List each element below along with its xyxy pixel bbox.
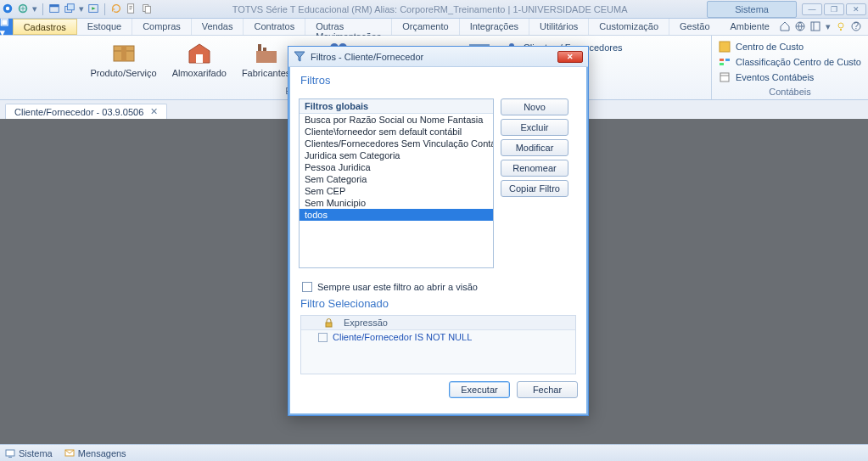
- executar-button[interactable]: Executar: [449, 381, 510, 398]
- minimize-button[interactable]: —: [802, 3, 822, 15]
- dialog-footer: Executar Fechar: [288, 374, 588, 405]
- selected-filter-box: Expressão Cliente/Fornecedor IS NOT NULL: [300, 315, 576, 374]
- selected-heading: Filtro Selecionado: [300, 297, 576, 310]
- svg-rect-4: [50, 4, 59, 7]
- document-tab-label: Cliente/Fornecedor - 03.9.0506: [14, 107, 143, 117]
- svg-point-13: [838, 23, 843, 28]
- rb-produto[interactable]: Produto/Serviço: [87, 37, 160, 86]
- help-icon[interactable]: ?: [851, 21, 861, 33]
- qa-script-icon[interactable]: [126, 3, 137, 16]
- filter-list[interactable]: Filtros globais Busca por Razão Social o…: [299, 98, 494, 268]
- window-title: TOTVS Série T Educacional (RM) Alias: Co…: [153, 4, 707, 14]
- dialog-close-button[interactable]: ✕: [557, 51, 583, 63]
- filter-item[interactable]: Sem Categoria: [300, 173, 493, 185]
- svg-rect-36: [725, 59, 730, 61]
- status-sistema[interactable]: Sistema: [5, 448, 53, 458]
- menu-estoque[interactable]: Estoque: [77, 19, 132, 35]
- menu-contratos[interactable]: Contratos: [244, 19, 305, 35]
- svg-rect-19: [256, 51, 277, 63]
- filter-item[interactable]: Sem CEP: [300, 185, 493, 197]
- restore-button[interactable]: ❐: [824, 3, 844, 15]
- excluir-button[interactable]: Excluir: [501, 119, 568, 136]
- quick-access-toolbar: ▾ ▾: [2, 3, 153, 16]
- modificar-button[interactable]: Modificar: [501, 139, 568, 156]
- app-menu-button[interactable]: ▣ ▾: [0, 19, 13, 35]
- expression-row[interactable]: Cliente/Fornecedor IS NOT NULL: [301, 330, 575, 344]
- filter-item[interactable]: Pessoa Juridica: [300, 161, 493, 173]
- menu-outras[interactable]: Outras Movimentações: [305, 19, 392, 35]
- filter-item[interactable]: Cliente\forneedor sem default contábil: [300, 126, 493, 138]
- filter-dialog: Filtros - Cliente/Fornecedor ✕ Filtros F…: [288, 46, 589, 416]
- menu-vendas[interactable]: Vendas: [192, 19, 244, 35]
- menu-gestao[interactable]: Gestão: [669, 19, 720, 35]
- svg-rect-35: [720, 59, 724, 61]
- menubar-right-icons: ▾ ?: [780, 19, 868, 35]
- rb-fabricantes[interactable]: Fabricantes: [238, 37, 294, 86]
- svg-rect-40: [8, 457, 12, 458]
- status-mensagens[interactable]: Mensagens: [64, 448, 126, 458]
- filter-item[interactable]: todos: [300, 209, 493, 221]
- svg-rect-39: [6, 450, 14, 456]
- dialog-side-buttons: Novo Excluir Modificar Renomear Copiar F…: [501, 98, 568, 268]
- qa-refresh-icon[interactable]: [110, 3, 122, 16]
- filter-item[interactable]: Sem Municipio: [300, 197, 493, 209]
- lock-icon: [318, 316, 339, 329]
- rl-centro-custo[interactable]: Centro de Custo: [719, 39, 861, 54]
- filter-list-header: Filtros globais: [300, 99, 493, 114]
- svg-rect-42: [326, 323, 332, 327]
- expression-checkbox[interactable]: [318, 333, 328, 342]
- qa-copy-icon[interactable]: [141, 3, 153, 16]
- sistema-button[interactable]: Sistema: [707, 1, 797, 18]
- rl-eventos[interactable]: Eventos Contábeis: [719, 70, 861, 85]
- svg-rect-21: [263, 48, 266, 51]
- svg-text:?: ?: [854, 21, 859, 31]
- filter-item[interactable]: Juridica sem Categoria: [300, 149, 493, 161]
- menu-ambiente[interactable]: Ambiente: [720, 19, 780, 35]
- qa-play-icon[interactable]: [87, 3, 99, 16]
- rl-classificacao[interactable]: Classificação Centro de Custo: [719, 54, 861, 70]
- close-tab-icon[interactable]: ✕: [150, 106, 158, 117]
- dialog-title: Filtros - Cliente/Fornecedor: [311, 52, 552, 62]
- menu-utilitarios[interactable]: Utilitários: [529, 19, 589, 35]
- qa-dd2-icon[interactable]: ▾: [79, 3, 84, 14]
- always-use-row[interactable]: Sempre usar este filtro ao abrir a visão: [302, 282, 574, 292]
- home-icon[interactable]: [780, 21, 790, 33]
- qa-dropdown-icon[interactable]: ▾: [32, 3, 37, 14]
- menu-customizacao[interactable]: Customização: [589, 19, 669, 35]
- window-controls: — ❐ ✕: [802, 3, 866, 15]
- layout-icon[interactable]: [810, 21, 820, 33]
- svg-point-1: [6, 6, 9, 9]
- menu-cadastros[interactable]: Cadastros: [13, 19, 77, 35]
- svg-rect-38: [720, 73, 729, 82]
- layout-dd-icon[interactable]: ▾: [826, 21, 831, 32]
- menu-orcamento[interactable]: Orçamento: [392, 19, 459, 35]
- bulb-icon[interactable]: [836, 21, 846, 33]
- expression-value: Cliente/Fornecedor IS NOT NULL: [328, 330, 477, 344]
- menu-integracoes[interactable]: Integrações: [460, 19, 529, 35]
- globe-icon[interactable]: [795, 21, 805, 33]
- rb-almox[interactable]: Almoxarifado: [169, 37, 230, 86]
- svg-rect-12: [811, 22, 820, 31]
- filter-item[interactable]: Busca por Razão Social ou Nome Fantasia: [300, 114, 493, 126]
- copiar-button[interactable]: Copiar Filtro: [501, 180, 568, 197]
- svg-rect-17: [121, 46, 126, 61]
- qa-multiwin-icon[interactable]: [64, 3, 76, 16]
- ribbon-right-label: Contábeis: [719, 87, 861, 97]
- col-expressao: Expressão: [339, 316, 393, 329]
- svg-rect-6: [67, 3, 74, 9]
- always-use-checkbox[interactable]: [302, 282, 312, 292]
- renomear-button[interactable]: Renomear: [501, 160, 568, 177]
- svg-rect-18: [196, 54, 203, 63]
- close-window-button[interactable]: ✕: [846, 3, 866, 15]
- novo-button[interactable]: Novo: [501, 98, 568, 115]
- dialog-titlebar: Filtros - Cliente/Fornecedor ✕: [288, 47, 588, 67]
- svg-rect-10: [145, 6, 150, 13]
- filter-item[interactable]: Clientes/Fornecedores Sem Vinculação Con…: [300, 138, 493, 149]
- fechar-button[interactable]: Fechar: [517, 381, 578, 398]
- menubar: ▣ ▾ Cadastros Estoque Compras Vendas Con…: [0, 19, 868, 36]
- menu-compras[interactable]: Compras: [132, 19, 192, 35]
- qa-icon[interactable]: [17, 3, 29, 16]
- titlebar: ▾ ▾ TOTVS Série T Educacional (RM) Alias…: [0, 0, 868, 19]
- document-tab[interactable]: Cliente/Fornecedor - 03.9.0506 ✕: [5, 104, 167, 119]
- qa-window-icon[interactable]: [48, 3, 60, 16]
